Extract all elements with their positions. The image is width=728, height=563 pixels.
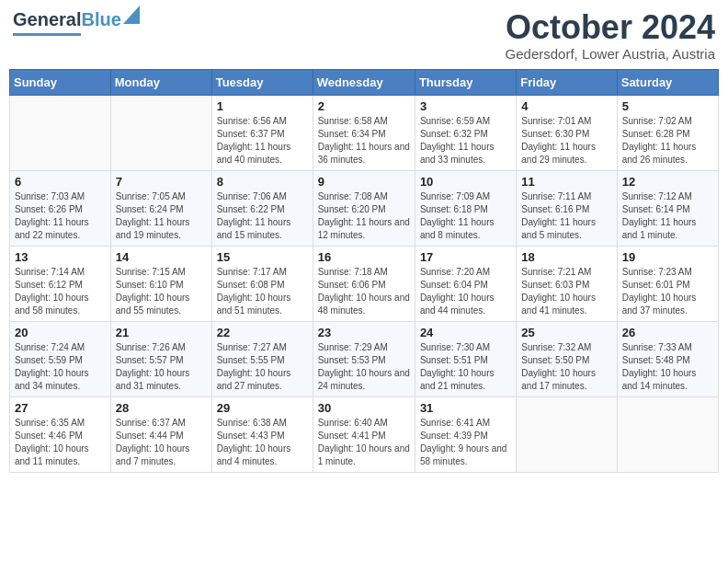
calendar-cell: 10Sunrise: 7:09 AMSunset: 6:18 PMDayligh… [415,170,516,246]
day-info: Sunrise: 7:32 AMSunset: 5:50 PMDaylight:… [521,341,611,393]
calendar-cell: 15Sunrise: 7:17 AMSunset: 6:08 PMDayligh… [211,246,313,321]
title-block: October 2024 Gedersdorf, Lower Austria, … [506,9,715,62]
day-number: 19 [622,250,713,264]
day-info: Sunrise: 7:24 AMSunset: 5:59 PMDaylight:… [15,341,106,393]
day-number: 29 [217,401,308,415]
day-info: Sunrise: 7:29 AMSunset: 5:53 PMDaylight:… [318,341,410,393]
day-info: Sunrise: 7:33 AMSunset: 5:48 PMDaylight:… [622,341,713,393]
day-info: Sunrise: 6:59 AMSunset: 6:32 PMDaylight:… [420,115,511,167]
calendar-cell: 3Sunrise: 6:59 AMSunset: 6:32 PMDaylight… [415,95,516,170]
calendar-table: Sunday Monday Tuesday Wednesday Thursday… [9,69,719,473]
calendar-cell: 28Sunrise: 6:37 AMSunset: 4:44 PMDayligh… [110,396,211,472]
day-number: 23 [318,326,410,339]
header-monday: Monday [110,69,211,95]
day-info: Sunrise: 7:20 AMSunset: 6:04 PMDaylight:… [420,266,511,317]
day-info: Sunrise: 7:27 AMSunset: 5:55 PMDaylight:… [217,341,308,393]
logo-text: GeneralBlue [13,9,121,29]
day-info: Sunrise: 7:18 AMSunset: 6:06 PMDaylight:… [318,266,410,317]
calendar-week-3: 13Sunrise: 7:14 AMSunset: 6:12 PMDayligh… [10,246,719,321]
calendar-cell: 25Sunrise: 7:32 AMSunset: 5:50 PMDayligh… [517,321,617,396]
day-number: 30 [318,401,410,415]
day-number: 3 [420,99,511,113]
day-info: Sunrise: 7:26 AMSunset: 5:57 PMDaylight:… [116,341,207,393]
logo-underline [13,33,81,36]
calendar-cell: 26Sunrise: 7:33 AMSunset: 5:48 PMDayligh… [617,321,718,396]
day-info: Sunrise: 7:03 AMSunset: 6:26 PMDaylight:… [15,190,106,242]
day-number: 13 [15,250,106,264]
day-number: 12 [622,175,713,189]
calendar-cell: 21Sunrise: 7:26 AMSunset: 5:57 PMDayligh… [110,321,211,396]
day-number: 9 [318,175,410,189]
day-number: 1 [217,99,308,113]
month-title: October 2024 [506,9,715,46]
calendar-cell: 18Sunrise: 7:21 AMSunset: 6:03 PMDayligh… [517,246,617,321]
calendar-cell: 29Sunrise: 6:38 AMSunset: 4:43 PMDayligh… [211,396,313,472]
day-number: 10 [420,175,511,189]
calendar-cell: 8Sunrise: 7:06 AMSunset: 6:22 PMDaylight… [211,170,313,246]
day-info: Sunrise: 7:09 AMSunset: 6:18 PMDaylight:… [420,190,511,242]
day-info: Sunrise: 7:02 AMSunset: 6:28 PMDaylight:… [622,115,713,167]
day-number: 25 [521,326,611,339]
calendar-header-row: Sunday Monday Tuesday Wednesday Thursday… [10,69,719,95]
day-info: Sunrise: 7:15 AMSunset: 6:10 PMDaylight:… [116,266,207,317]
calendar-cell: 5Sunrise: 7:02 AMSunset: 6:28 PMDaylight… [617,95,718,170]
day-number: 5 [622,99,713,113]
calendar-cell: 6Sunrise: 7:03 AMSunset: 6:26 PMDaylight… [10,170,111,246]
calendar-cell: 14Sunrise: 7:15 AMSunset: 6:10 PMDayligh… [110,246,211,321]
day-number: 11 [521,175,611,189]
day-number: 20 [15,326,106,339]
calendar-cell [517,396,617,472]
calendar-week-5: 27Sunrise: 6:35 AMSunset: 4:46 PMDayligh… [10,396,719,472]
day-info: Sunrise: 6:41 AMSunset: 4:39 PMDaylight:… [420,417,511,468]
header-thursday: Thursday [415,69,516,95]
calendar-cell: 16Sunrise: 7:18 AMSunset: 6:06 PMDayligh… [313,246,415,321]
day-info: Sunrise: 7:30 AMSunset: 5:51 PMDaylight:… [420,341,511,393]
svg-marker-0 [123,6,140,24]
calendar-cell [617,396,718,472]
day-info: Sunrise: 7:14 AMSunset: 6:12 PMDaylight:… [15,266,106,317]
day-info: Sunrise: 7:05 AMSunset: 6:24 PMDaylight:… [116,190,207,242]
day-info: Sunrise: 7:06 AMSunset: 6:22 PMDaylight:… [217,190,308,242]
day-number: 17 [420,250,511,264]
day-info: Sunrise: 7:01 AMSunset: 6:30 PMDaylight:… [521,115,611,167]
calendar-cell: 27Sunrise: 6:35 AMSunset: 4:46 PMDayligh… [10,396,111,472]
day-info: Sunrise: 6:58 AMSunset: 6:34 PMDaylight:… [318,115,410,167]
calendar-cell: 23Sunrise: 7:29 AMSunset: 5:53 PMDayligh… [313,321,415,396]
day-number: 18 [521,250,611,264]
day-number: 22 [217,326,308,339]
day-number: 27 [15,401,106,415]
header-wednesday: Wednesday [313,69,415,95]
calendar-week-4: 20Sunrise: 7:24 AMSunset: 5:59 PMDayligh… [10,321,719,396]
calendar-cell: 12Sunrise: 7:12 AMSunset: 6:14 PMDayligh… [617,170,718,246]
calendar-cell: 17Sunrise: 7:20 AMSunset: 6:04 PMDayligh… [415,246,516,321]
page-header: GeneralBlue October 2024 Gedersdorf, Low… [9,9,719,62]
day-number: 14 [116,250,207,264]
day-number: 21 [116,326,207,339]
day-number: 26 [622,326,713,339]
calendar-cell: 4Sunrise: 7:01 AMSunset: 6:30 PMDaylight… [517,95,617,170]
day-info: Sunrise: 7:11 AMSunset: 6:16 PMDaylight:… [521,190,611,242]
day-info: Sunrise: 6:35 AMSunset: 4:46 PMDaylight:… [15,417,106,468]
calendar-cell [10,95,111,170]
logo: GeneralBlue [13,9,121,36]
day-number: 24 [420,326,511,339]
location-title: Gedersdorf, Lower Austria, Austria [506,46,715,62]
calendar-cell: 13Sunrise: 7:14 AMSunset: 6:12 PMDayligh… [10,246,111,321]
day-number: 2 [318,99,410,113]
day-number: 28 [116,401,207,415]
calendar-cell: 22Sunrise: 7:27 AMSunset: 5:55 PMDayligh… [211,321,313,396]
calendar-cell: 20Sunrise: 7:24 AMSunset: 5:59 PMDayligh… [10,321,111,396]
day-number: 4 [521,99,611,113]
day-info: Sunrise: 6:38 AMSunset: 4:43 PMDaylight:… [217,417,308,468]
day-info: Sunrise: 7:21 AMSunset: 6:03 PMDaylight:… [521,266,611,317]
calendar-cell: 9Sunrise: 7:08 AMSunset: 6:20 PMDaylight… [313,170,415,246]
day-number: 7 [116,175,207,189]
calendar-cell: 7Sunrise: 7:05 AMSunset: 6:24 PMDaylight… [110,170,211,246]
day-info: Sunrise: 7:17 AMSunset: 6:08 PMDaylight:… [217,266,308,317]
calendar-cell: 1Sunrise: 6:56 AMSunset: 6:37 PMDaylight… [211,95,313,170]
day-info: Sunrise: 7:12 AMSunset: 6:14 PMDaylight:… [622,190,713,242]
header-friday: Friday [517,69,617,95]
calendar-week-1: 1Sunrise: 6:56 AMSunset: 6:37 PMDaylight… [10,95,719,170]
calendar-cell: 24Sunrise: 7:30 AMSunset: 5:51 PMDayligh… [415,321,516,396]
calendar-cell: 31Sunrise: 6:41 AMSunset: 4:39 PMDayligh… [415,396,516,472]
